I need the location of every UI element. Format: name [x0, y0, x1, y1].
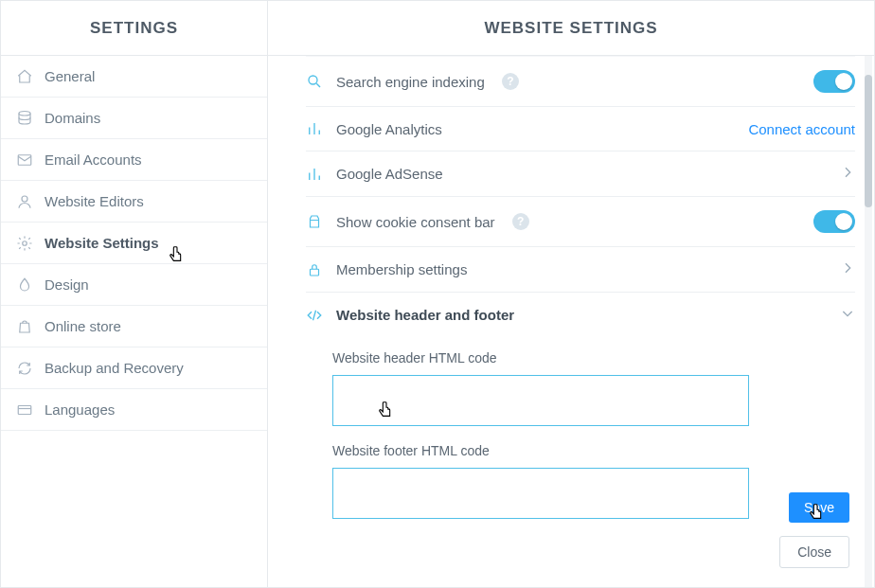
row-website-name: Website name: pizzabianco Edit name	[306, 56, 855, 57]
user-icon	[16, 193, 33, 210]
row-label: Website header and footer	[336, 307, 514, 323]
svg-point-2	[22, 196, 27, 202]
scrollbar-thumb[interactable]	[865, 75, 872, 207]
row-header-footer[interactable]: Website header and footer	[306, 293, 855, 337]
sidebar-item-general[interactable]: General	[1, 56, 267, 98]
main-panel: WEBSITE SETTINGS Website name: pizzabian…	[268, 1, 874, 587]
chevron-right-icon	[840, 165, 855, 183]
gear-icon	[16, 235, 33, 252]
droplet-icon	[16, 276, 33, 294]
home-icon	[16, 68, 33, 85]
header-code-input[interactable]	[332, 375, 749, 426]
header-footer-expanded: Website header HTML code Website footer …	[306, 350, 855, 523]
row-cookie-consent: Show cookie consent bar ?	[306, 197, 855, 247]
search-indexing-toggle[interactable]	[813, 70, 855, 93]
sidebar-item-label: General	[45, 68, 95, 84]
svg-rect-1	[18, 154, 31, 165]
help-icon[interactable]: ?	[502, 73, 519, 90]
action-buttons: Save Close	[779, 492, 849, 568]
header-code-label: Website header HTML code	[332, 350, 855, 365]
reload-icon	[16, 360, 33, 377]
sidebar-item-languages[interactable]: Languages	[1, 389, 267, 431]
row-label: Membership settings	[336, 261, 467, 277]
lock-icon	[306, 261, 323, 278]
svg-rect-7	[311, 269, 319, 276]
sidebar-item-label: Languages	[45, 401, 115, 418]
main-title: WEBSITE SETTINGS	[484, 19, 657, 38]
help-icon[interactable]: ?	[512, 213, 529, 230]
svg-point-6	[309, 76, 317, 84]
row-analytics: Google Analytics Connect account	[306, 107, 855, 151]
footer-code-input[interactable]	[332, 468, 749, 519]
row-adsense[interactable]: Google AdSense	[306, 151, 855, 197]
search-icon	[306, 73, 323, 90]
chevron-down-icon	[840, 306, 855, 324]
sidebar-item-label: Domains	[45, 110, 100, 126]
sidebar-item-label: Online store	[45, 318, 121, 334]
save-button[interactable]: Save	[789, 492, 849, 523]
chevron-right-icon	[840, 260, 855, 278]
sidebar-item-domains[interactable]: Domains	[1, 98, 267, 139]
cookie-icon	[306, 213, 323, 230]
bars-icon	[306, 166, 323, 183]
connect-account-link[interactable]: Connect account	[748, 121, 855, 137]
row-label: Show cookie consent bar	[336, 214, 495, 230]
row-label: Google AdSense	[336, 166, 443, 182]
row-search-indexing: Search engine indexing ?	[306, 57, 855, 107]
row-membership[interactable]: Membership settings	[306, 247, 855, 293]
sidebar-header: SETTINGS	[1, 1, 267, 56]
sidebar-list: General Domains Email Accounts Website E…	[1, 56, 267, 431]
database-icon	[16, 110, 33, 127]
bag-icon	[16, 318, 33, 335]
code-icon	[306, 307, 323, 324]
sidebar-item-design[interactable]: Design	[1, 264, 267, 306]
sidebar: SETTINGS General Domains Email Accounts	[1, 1, 268, 587]
close-button[interactable]: Close	[779, 536, 849, 568]
sidebar-item-store[interactable]: Online store	[1, 306, 267, 347]
sidebar-item-editors[interactable]: Website Editors	[1, 181, 267, 223]
sidebar-item-label: Design	[45, 276, 89, 293]
sidebar-item-email[interactable]: Email Accounts	[1, 139, 267, 181]
sidebar-item-label: Website Settings	[45, 235, 159, 251]
sidebar-item-label: Website Editors	[45, 193, 144, 209]
svg-point-0	[19, 111, 30, 116]
sidebar-item-website-settings[interactable]: Website Settings	[1, 223, 267, 264]
footer-code-label: Website footer HTML code	[332, 443, 855, 458]
row-label: Google Analytics	[336, 121, 442, 137]
cookie-toggle[interactable]	[813, 210, 855, 233]
svg-point-3	[23, 241, 27, 245]
row-label: Search engine indexing	[336, 74, 485, 90]
card-icon	[16, 401, 33, 419]
bars-icon	[306, 120, 323, 137]
sidebar-item-backup[interactable]: Backup and Recovery	[1, 347, 267, 389]
sidebar-title: SETTINGS	[90, 19, 178, 38]
sidebar-item-label: Backup and Recovery	[45, 360, 184, 376]
main-header: WEBSITE SETTINGS	[268, 1, 874, 56]
sidebar-item-label: Email Accounts	[45, 151, 142, 168]
mail-icon	[16, 151, 33, 169]
svg-rect-4	[18, 405, 31, 414]
